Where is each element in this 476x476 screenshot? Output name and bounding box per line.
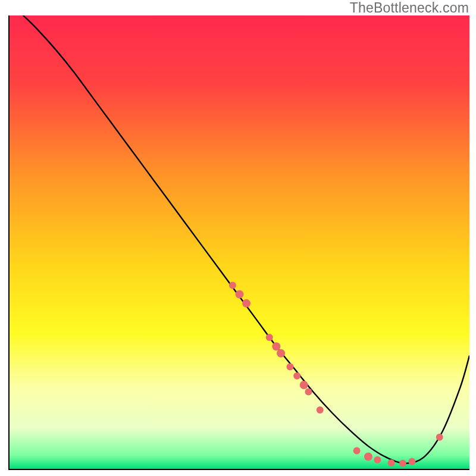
data-point — [293, 372, 300, 380]
data-point — [388, 459, 395, 466]
data-point — [399, 460, 406, 467]
data-points-group — [229, 281, 443, 466]
data-point — [277, 349, 285, 358]
data-point — [317, 406, 324, 414]
data-point — [300, 381, 308, 389]
data-point — [305, 388, 312, 395]
watermark-text: TheBottleneck.com — [350, 0, 469, 16]
data-point — [287, 364, 294, 371]
data-point — [272, 342, 280, 350]
plot-area — [8, 15, 469, 470]
data-point — [374, 456, 381, 464]
data-point — [408, 458, 415, 465]
data-point — [229, 281, 236, 289]
data-point — [436, 434, 443, 441]
data-point — [236, 290, 244, 299]
chart-svg — [10, 15, 469, 469]
data-point — [266, 334, 273, 341]
bottleneck-curve — [10, 15, 469, 464]
data-point — [364, 452, 372, 461]
data-point — [242, 299, 250, 308]
data-point — [353, 447, 361, 455]
